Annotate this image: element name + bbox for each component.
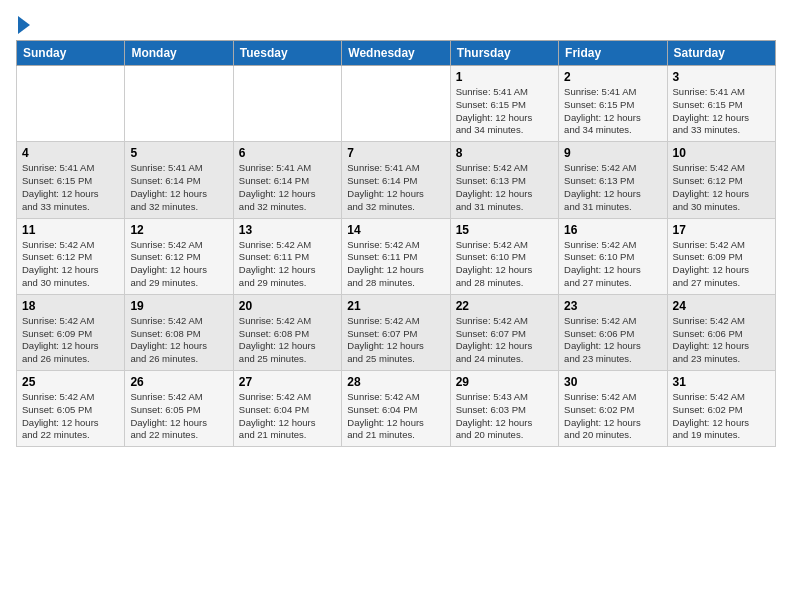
weekday-header-monday: Monday bbox=[125, 41, 233, 66]
calendar-cell: 16Sunrise: 5:42 AM Sunset: 6:10 PM Dayli… bbox=[559, 218, 667, 294]
weekday-header-saturday: Saturday bbox=[667, 41, 775, 66]
day-info: Sunrise: 5:42 AM Sunset: 6:04 PM Dayligh… bbox=[239, 391, 336, 442]
day-number: 8 bbox=[456, 146, 553, 160]
calendar-cell: 25Sunrise: 5:42 AM Sunset: 6:05 PM Dayli… bbox=[17, 371, 125, 447]
day-info: Sunrise: 5:42 AM Sunset: 6:02 PM Dayligh… bbox=[564, 391, 661, 442]
day-info: Sunrise: 5:42 AM Sunset: 6:02 PM Dayligh… bbox=[673, 391, 770, 442]
calendar-cell: 15Sunrise: 5:42 AM Sunset: 6:10 PM Dayli… bbox=[450, 218, 558, 294]
weekday-header-friday: Friday bbox=[559, 41, 667, 66]
day-number: 18 bbox=[22, 299, 119, 313]
page-header bbox=[16, 16, 776, 34]
day-info: Sunrise: 5:42 AM Sunset: 6:04 PM Dayligh… bbox=[347, 391, 444, 442]
calendar-cell bbox=[125, 66, 233, 142]
day-info: Sunrise: 5:42 AM Sunset: 6:12 PM Dayligh… bbox=[673, 162, 770, 213]
calendar-week-3: 11Sunrise: 5:42 AM Sunset: 6:12 PM Dayli… bbox=[17, 218, 776, 294]
day-number: 11 bbox=[22, 223, 119, 237]
weekday-header-wednesday: Wednesday bbox=[342, 41, 450, 66]
day-number: 5 bbox=[130, 146, 227, 160]
day-number: 21 bbox=[347, 299, 444, 313]
calendar-cell bbox=[233, 66, 341, 142]
day-number: 22 bbox=[456, 299, 553, 313]
calendar-cell: 31Sunrise: 5:42 AM Sunset: 6:02 PM Dayli… bbox=[667, 371, 775, 447]
day-info: Sunrise: 5:42 AM Sunset: 6:10 PM Dayligh… bbox=[456, 239, 553, 290]
calendar-cell: 6Sunrise: 5:41 AM Sunset: 6:14 PM Daylig… bbox=[233, 142, 341, 218]
day-info: Sunrise: 5:41 AM Sunset: 6:14 PM Dayligh… bbox=[130, 162, 227, 213]
calendar-cell: 11Sunrise: 5:42 AM Sunset: 6:12 PM Dayli… bbox=[17, 218, 125, 294]
calendar-cell: 24Sunrise: 5:42 AM Sunset: 6:06 PM Dayli… bbox=[667, 294, 775, 370]
calendar-cell bbox=[17, 66, 125, 142]
calendar-cell: 20Sunrise: 5:42 AM Sunset: 6:08 PM Dayli… bbox=[233, 294, 341, 370]
day-number: 4 bbox=[22, 146, 119, 160]
calendar-week-2: 4Sunrise: 5:41 AM Sunset: 6:15 PM Daylig… bbox=[17, 142, 776, 218]
calendar-cell: 9Sunrise: 5:42 AM Sunset: 6:13 PM Daylig… bbox=[559, 142, 667, 218]
day-info: Sunrise: 5:42 AM Sunset: 6:06 PM Dayligh… bbox=[673, 315, 770, 366]
day-number: 9 bbox=[564, 146, 661, 160]
day-info: Sunrise: 5:42 AM Sunset: 6:07 PM Dayligh… bbox=[347, 315, 444, 366]
day-number: 1 bbox=[456, 70, 553, 84]
day-number: 7 bbox=[347, 146, 444, 160]
logo bbox=[16, 16, 30, 34]
day-info: Sunrise: 5:42 AM Sunset: 6:05 PM Dayligh… bbox=[130, 391, 227, 442]
day-number: 20 bbox=[239, 299, 336, 313]
logo-arrow-icon bbox=[18, 16, 30, 34]
day-number: 19 bbox=[130, 299, 227, 313]
calendar-cell: 17Sunrise: 5:42 AM Sunset: 6:09 PM Dayli… bbox=[667, 218, 775, 294]
day-info: Sunrise: 5:41 AM Sunset: 6:14 PM Dayligh… bbox=[347, 162, 444, 213]
calendar-cell: 19Sunrise: 5:42 AM Sunset: 6:08 PM Dayli… bbox=[125, 294, 233, 370]
calendar-cell: 22Sunrise: 5:42 AM Sunset: 6:07 PM Dayli… bbox=[450, 294, 558, 370]
day-number: 23 bbox=[564, 299, 661, 313]
day-info: Sunrise: 5:42 AM Sunset: 6:09 PM Dayligh… bbox=[22, 315, 119, 366]
calendar-cell: 27Sunrise: 5:42 AM Sunset: 6:04 PM Dayli… bbox=[233, 371, 341, 447]
calendar-cell: 8Sunrise: 5:42 AM Sunset: 6:13 PM Daylig… bbox=[450, 142, 558, 218]
day-info: Sunrise: 5:42 AM Sunset: 6:13 PM Dayligh… bbox=[564, 162, 661, 213]
day-number: 31 bbox=[673, 375, 770, 389]
calendar-cell: 23Sunrise: 5:42 AM Sunset: 6:06 PM Dayli… bbox=[559, 294, 667, 370]
calendar-cell: 28Sunrise: 5:42 AM Sunset: 6:04 PM Dayli… bbox=[342, 371, 450, 447]
day-info: Sunrise: 5:42 AM Sunset: 6:08 PM Dayligh… bbox=[239, 315, 336, 366]
day-info: Sunrise: 5:42 AM Sunset: 6:07 PM Dayligh… bbox=[456, 315, 553, 366]
day-number: 13 bbox=[239, 223, 336, 237]
calendar-cell: 12Sunrise: 5:42 AM Sunset: 6:12 PM Dayli… bbox=[125, 218, 233, 294]
calendar-cell: 7Sunrise: 5:41 AM Sunset: 6:14 PM Daylig… bbox=[342, 142, 450, 218]
calendar-cell: 14Sunrise: 5:42 AM Sunset: 6:11 PM Dayli… bbox=[342, 218, 450, 294]
day-number: 17 bbox=[673, 223, 770, 237]
calendar-cell: 4Sunrise: 5:41 AM Sunset: 6:15 PM Daylig… bbox=[17, 142, 125, 218]
calendar-cell: 30Sunrise: 5:42 AM Sunset: 6:02 PM Dayli… bbox=[559, 371, 667, 447]
day-info: Sunrise: 5:42 AM Sunset: 6:11 PM Dayligh… bbox=[239, 239, 336, 290]
day-number: 14 bbox=[347, 223, 444, 237]
day-info: Sunrise: 5:41 AM Sunset: 6:15 PM Dayligh… bbox=[456, 86, 553, 137]
calendar-cell: 18Sunrise: 5:42 AM Sunset: 6:09 PM Dayli… bbox=[17, 294, 125, 370]
day-info: Sunrise: 5:41 AM Sunset: 6:15 PM Dayligh… bbox=[673, 86, 770, 137]
day-info: Sunrise: 5:41 AM Sunset: 6:14 PM Dayligh… bbox=[239, 162, 336, 213]
weekday-header-sunday: Sunday bbox=[17, 41, 125, 66]
day-number: 2 bbox=[564, 70, 661, 84]
calendar-cell: 3Sunrise: 5:41 AM Sunset: 6:15 PM Daylig… bbox=[667, 66, 775, 142]
day-info: Sunrise: 5:42 AM Sunset: 6:10 PM Dayligh… bbox=[564, 239, 661, 290]
calendar-cell: 21Sunrise: 5:42 AM Sunset: 6:07 PM Dayli… bbox=[342, 294, 450, 370]
day-info: Sunrise: 5:42 AM Sunset: 6:12 PM Dayligh… bbox=[130, 239, 227, 290]
calendar-cell bbox=[342, 66, 450, 142]
calendar-week-5: 25Sunrise: 5:42 AM Sunset: 6:05 PM Dayli… bbox=[17, 371, 776, 447]
calendar-cell: 2Sunrise: 5:41 AM Sunset: 6:15 PM Daylig… bbox=[559, 66, 667, 142]
day-info: Sunrise: 5:42 AM Sunset: 6:05 PM Dayligh… bbox=[22, 391, 119, 442]
day-info: Sunrise: 5:42 AM Sunset: 6:06 PM Dayligh… bbox=[564, 315, 661, 366]
calendar-week-4: 18Sunrise: 5:42 AM Sunset: 6:09 PM Dayli… bbox=[17, 294, 776, 370]
day-info: Sunrise: 5:42 AM Sunset: 6:11 PM Dayligh… bbox=[347, 239, 444, 290]
day-number: 6 bbox=[239, 146, 336, 160]
day-number: 29 bbox=[456, 375, 553, 389]
calendar-cell: 29Sunrise: 5:43 AM Sunset: 6:03 PM Dayli… bbox=[450, 371, 558, 447]
calendar-cell: 10Sunrise: 5:42 AM Sunset: 6:12 PM Dayli… bbox=[667, 142, 775, 218]
day-number: 16 bbox=[564, 223, 661, 237]
day-number: 27 bbox=[239, 375, 336, 389]
day-number: 3 bbox=[673, 70, 770, 84]
day-number: 12 bbox=[130, 223, 227, 237]
day-number: 24 bbox=[673, 299, 770, 313]
day-number: 10 bbox=[673, 146, 770, 160]
day-info: Sunrise: 5:42 AM Sunset: 6:08 PM Dayligh… bbox=[130, 315, 227, 366]
calendar-table: SundayMondayTuesdayWednesdayThursdayFrid… bbox=[16, 40, 776, 447]
day-info: Sunrise: 5:41 AM Sunset: 6:15 PM Dayligh… bbox=[22, 162, 119, 213]
calendar-cell: 1Sunrise: 5:41 AM Sunset: 6:15 PM Daylig… bbox=[450, 66, 558, 142]
calendar-cell: 5Sunrise: 5:41 AM Sunset: 6:14 PM Daylig… bbox=[125, 142, 233, 218]
calendar-cell: 13Sunrise: 5:42 AM Sunset: 6:11 PM Dayli… bbox=[233, 218, 341, 294]
day-info: Sunrise: 5:42 AM Sunset: 6:13 PM Dayligh… bbox=[456, 162, 553, 213]
